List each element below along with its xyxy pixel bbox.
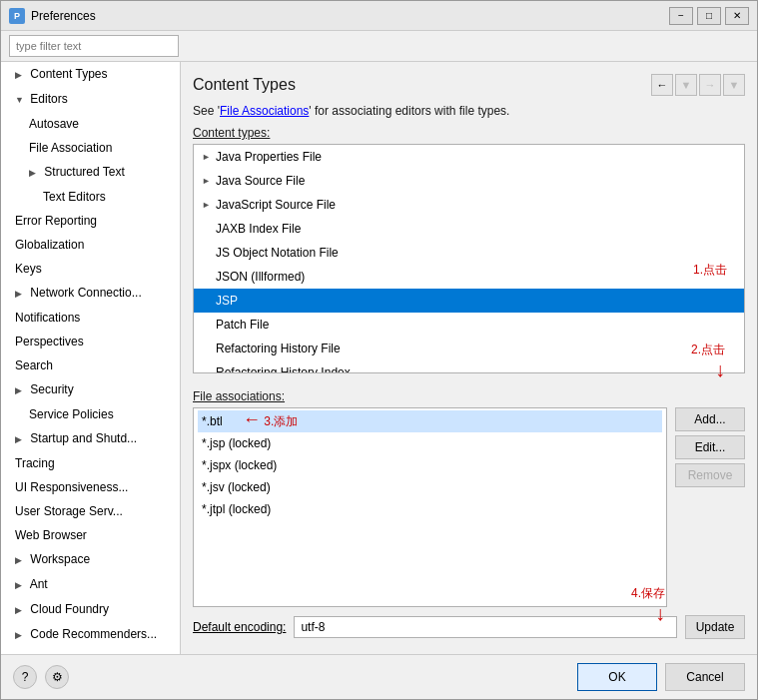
content-types-list[interactable]: ► Java Properties File ► Java Source Fil… [193, 144, 745, 373]
file-assoc-list[interactable]: *.btl *.jsp (locked) *.jspx (locked) *.j… [193, 407, 667, 607]
sidebar-item-service-policies[interactable]: Service Policies [1, 402, 180, 426]
settings-button[interactable]: ⚙ [45, 665, 69, 689]
ct-item-java-source[interactable]: ► Java Source File [194, 169, 744, 193]
title-bar: P Preferences − □ ✕ [1, 1, 757, 31]
sidebar-item-structured-text[interactable]: Structured Text [1, 160, 180, 185]
sidebar-item-startup[interactable]: Startup and Shutd... [1, 426, 180, 451]
sidebar-item-ui-responsiveness[interactable]: UI Responsiveness... [1, 475, 180, 499]
window-icon: P [9, 8, 25, 24]
sidebar-item-workspace[interactable]: Workspace [1, 547, 180, 572]
sidebar-item-editors[interactable]: Editors [1, 87, 180, 112]
expand-icon [15, 575, 27, 595]
content-types-label: Content types: [193, 126, 745, 140]
minimize-button[interactable]: − [669, 7, 693, 25]
fa-item-jsp[interactable]: *.jsp (locked) [198, 432, 662, 454]
fa-item-btl[interactable]: *.btl [198, 410, 662, 432]
ct-item-js-source[interactable]: ► JavaScript Source File [194, 193, 744, 217]
expand-icon [202, 267, 212, 287]
encoding-input[interactable] [294, 616, 677, 638]
update-button[interactable]: Update [685, 615, 745, 639]
ct-item-jaxb[interactable]: JAXB Index File [194, 217, 744, 241]
expand-icon [202, 219, 212, 239]
sidebar-item-error-reporting[interactable]: Error Reporting [1, 209, 180, 233]
expand-icon [15, 90, 27, 110]
add-button[interactable]: Add... [675, 407, 745, 431]
window-title: Preferences [31, 9, 669, 23]
ct-item-refactoring-history[interactable]: Refactoring History File [194, 337, 744, 360]
ct-item-jsp[interactable]: JSP [194, 289, 744, 313]
ok-button[interactable]: OK [577, 663, 657, 691]
expand-icon [202, 339, 212, 358]
sidebar-item-autosave[interactable]: Autosave [1, 112, 180, 136]
encoding-row: Default encoding: Update 4.保存 ↓ [193, 615, 745, 639]
right-panel: Content Types ← ▼ → ▼ See 'File Associat… [181, 62, 757, 654]
sidebar-item-content-types[interactable]: Content Types [1, 62, 180, 87]
annotation2: 2.点击 ↓ [691, 342, 725, 381]
maximize-button[interactable]: □ [697, 7, 721, 25]
sidebar-item-data-management[interactable]: Data Management [1, 647, 180, 654]
panel-header: Content Types ← ▼ → ▼ [193, 74, 745, 96]
sidebar-item-ant[interactable]: Ant [1, 572, 180, 597]
ct-item-patch[interactable]: Patch File [194, 313, 744, 337]
bottom-right-buttons: OK Cancel [577, 663, 745, 691]
expand-icon [15, 65, 27, 85]
expand-icon: ► [202, 147, 212, 167]
sidebar-item-web-browser[interactable]: Web Browser [1, 523, 180, 547]
panel-title: Content Types [193, 76, 296, 94]
sidebar: Content Types Editors Autosave File Asso… [1, 62, 181, 654]
expand-icon [15, 380, 27, 400]
fa-item-jspx[interactable]: *.jspx (locked) [198, 454, 662, 476]
bottom-left-buttons: ? ⚙ [13, 665, 69, 689]
main-content: Content Types Editors Autosave File Asso… [1, 62, 757, 654]
sidebar-item-notifications[interactable]: Notifications [1, 306, 180, 330]
panel-nav-buttons: ← ▼ → ▼ [651, 74, 745, 96]
close-button[interactable]: ✕ [725, 7, 749, 25]
sidebar-item-text-editors[interactable]: Text Editors [1, 185, 180, 209]
description-text: See 'File Associations' for associating … [193, 104, 745, 118]
ct-item-refactoring-index[interactable]: Refactoring History Index [194, 360, 744, 373]
nav-forward-dropdown-button[interactable]: ▼ [723, 74, 745, 96]
filter-input[interactable] [9, 35, 179, 57]
expand-icon [15, 625, 27, 645]
file-associations-link[interactable]: File Associations [220, 104, 309, 118]
nav-back-button[interactable]: ← [651, 74, 673, 96]
sidebar-item-file-association[interactable]: File Association [1, 136, 180, 160]
expand-icon: ► [202, 171, 212, 191]
sidebar-item-security[interactable]: Security [1, 377, 180, 402]
expand-icon [202, 362, 212, 373]
help-button[interactable]: ? [13, 665, 37, 689]
window-controls: − □ ✕ [669, 7, 749, 25]
expand-icon [15, 550, 27, 570]
expand-icon [202, 243, 212, 263]
encoding-label: Default encoding: [193, 620, 286, 634]
expand-icon [15, 600, 27, 620]
sidebar-item-network[interactable]: Network Connectio... [1, 281, 180, 306]
expand-icon [15, 429, 27, 449]
sidebar-item-code-recommenders[interactable]: Code Recommenders... [1, 622, 180, 647]
cancel-button[interactable]: Cancel [665, 663, 745, 691]
nav-dropdown-button[interactable]: ▼ [675, 74, 697, 96]
nav-forward-button[interactable]: → [699, 74, 721, 96]
sidebar-item-keys[interactable]: Keys [1, 257, 180, 281]
sidebar-item-globalization[interactable]: Globalization [1, 233, 180, 257]
sidebar-item-cloud-foundry[interactable]: Cloud Foundry [1, 597, 180, 622]
fa-item-jtpl[interactable]: *.jtpl (locked) [198, 498, 662, 520]
annotation1: 1.点击 [693, 262, 727, 279]
sidebar-item-search[interactable]: Search [1, 353, 180, 377]
ct-item-json-illformed[interactable]: JSON (Illformed) [194, 265, 744, 289]
bottom-bar: ? ⚙ OK Cancel [1, 654, 757, 699]
expand-icon [202, 315, 212, 335]
file-assoc-section: *.btl *.jsp (locked) *.jspx (locked) *.j… [193, 407, 745, 607]
fa-item-jsv[interactable]: *.jsv (locked) [198, 476, 662, 498]
sidebar-item-user-storage[interactable]: User Storage Serv... [1, 499, 180, 523]
file-assoc-label: File associations: [193, 389, 745, 403]
ct-item-java-props[interactable]: ► Java Properties File [194, 145, 744, 169]
sidebar-item-perspectives[interactable]: Perspectives [1, 330, 180, 353]
expand-icon: ► [202, 195, 212, 215]
expand-icon [29, 163, 41, 183]
remove-button[interactable]: Remove [675, 463, 745, 487]
edit-button[interactable]: Edit... [675, 435, 745, 459]
ct-item-json-notation[interactable]: JS Object Notation File [194, 241, 744, 265]
preferences-window: P Preferences − □ ✕ Content Types Editor… [0, 0, 758, 700]
sidebar-item-tracing[interactable]: Tracing [1, 451, 180, 475]
